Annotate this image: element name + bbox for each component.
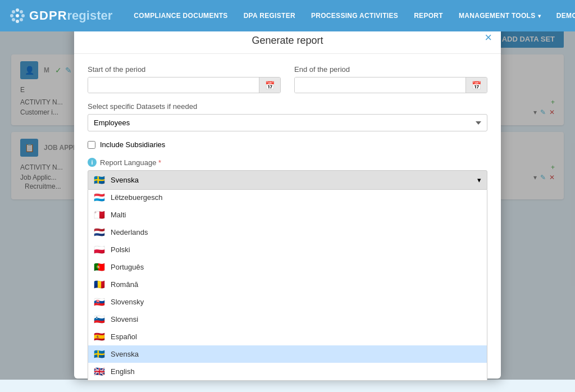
lang-flag-nl: 🇳🇱 (94, 227, 106, 238)
end-period-label: End of the period (294, 65, 487, 74)
brand-logo (9, 7, 26, 24)
modal-title: Generate report (252, 35, 323, 46)
svg-point-6 (12, 18, 15, 21)
lang-option-pt[interactable]: 🇵🇹Português (88, 258, 487, 276)
lang-option-mt[interactable]: 🇲🇹Malti (88, 206, 487, 224)
lang-flag-pt: 🇵🇹 (94, 262, 106, 272)
svg-point-3 (10, 14, 13, 17)
subsidiaries-checkbox[interactable] (88, 141, 95, 149)
language-selected-display[interactable]: 🇸🇪 Svenska ▾ (88, 170, 487, 190)
report-language-label-row: i Report Language * (88, 158, 487, 167)
nav-compliance-documents[interactable]: COMPLIANCE DOCUMENTS (126, 0, 235, 31)
lang-label-en: English (111, 367, 135, 376)
svg-point-2 (20, 10, 23, 13)
lang-option-sk[interactable]: 🇸🇰Slovensky (88, 293, 487, 311)
modal-header: Generate report × (74, 31, 501, 54)
lang-label-es: Español (111, 332, 137, 341)
svg-point-8 (20, 18, 23, 21)
lang-option-lb[interactable]: 🇱🇺Lëtzebuergesch (88, 190, 487, 206)
lang-flag-en: 🇬🇧 (94, 366, 106, 377)
lang-flag-sk: 🇸🇰 (94, 297, 106, 307)
management-tools-dropdown-icon: ▾ (538, 13, 541, 19)
nav-dpa-register[interactable]: DPA REGISTER (236, 0, 303, 31)
nav-report[interactable]: REPORT (406, 0, 451, 31)
lang-label-mt: Malti (111, 211, 126, 219)
lang-flag-lb: 🇱🇺 (94, 192, 106, 203)
dataset-label: Select specific Datasets if needed (88, 102, 487, 111)
lang-label-sl: Slovensi (111, 315, 138, 323)
info-icon: i (88, 158, 97, 167)
lang-flag-ro: 🇷🇴 (94, 279, 106, 290)
brand[interactable]: GDPR register (9, 7, 112, 24)
brand-gdpr-text: GDPR (29, 8, 67, 23)
dataset-group: Select specific Datasets if needed Emplo… (88, 102, 487, 131)
language-select-wrapper: 🇸🇪 Svenska ▾ 🇫🇷Français🇩🇪Deutsch🇬🇷Ελληνι… (88, 170, 487, 381)
start-period-calendar-button[interactable]: 📅 (259, 78, 280, 93)
start-period-group: Start of the period 📅 (88, 65, 281, 93)
end-period-input-wrapper: 📅 (294, 77, 487, 93)
navbar: GDPR register COMPLIANCE DOCUMENTS DPA R… (0, 0, 575, 31)
nav-demo-company[interactable]: DEMO COMPANY (549, 0, 575, 31)
lang-label-ro: Română (111, 280, 138, 289)
lang-option-sv[interactable]: 🇸🇪Svenska (88, 345, 487, 363)
lang-option-nl[interactable]: 🇳🇱Nederlands (88, 224, 487, 241)
modal-generate-report: Generate report × Start of the period 📅 … (74, 31, 501, 379)
end-period-input[interactable] (295, 78, 466, 93)
lang-label-sv: Svenska (111, 350, 139, 358)
lang-option-es[interactable]: 🇪🇸Español (88, 328, 487, 345)
lang-option-en[interactable]: 🇬🇧English (88, 363, 487, 380)
lang-option-sl[interactable]: 🇸🇮Slovensi (88, 311, 487, 328)
start-period-input[interactable] (88, 78, 259, 93)
svg-point-4 (16, 14, 19, 17)
nav-management-tools[interactable]: MANAGEMENT TOOLS ▾ (451, 0, 549, 31)
language-dropdown[interactable]: 🇫🇷Français🇩🇪Deutsch🇬🇷Ελληνικά🇭🇺Hungarian… (88, 190, 487, 381)
selected-language-text: Svenska (111, 176, 473, 184)
start-period-input-wrapper: 📅 (88, 77, 281, 93)
nav-processing-activities[interactable]: PROCESSING ACTIVITIES (303, 0, 406, 31)
lang-label-pt: Português (111, 263, 144, 271)
modal-close-button[interactable]: × (485, 31, 492, 44)
svg-point-0 (12, 10, 15, 13)
period-row: Start of the period 📅 End of the period … (88, 65, 487, 93)
report-language-group: i Report Language * 🇸🇪 Svenska ▾ (88, 158, 487, 381)
dataset-select[interactable]: Employees (88, 114, 487, 131)
subsidiaries-label: Include Subsidiaries (100, 140, 165, 149)
svg-point-1 (16, 8, 19, 12)
start-period-label: Start of the period (88, 65, 281, 74)
brand-register-text: register (67, 8, 113, 23)
lang-label-pl: Polski (111, 245, 130, 254)
main-content: + ADD DATA SET 👤 M ✓ ✎ ✕ E ACTIVITY N...… (0, 31, 575, 392)
lang-flag-sl: 🇸🇮 (94, 314, 106, 325)
nav-links: COMPLIANCE DOCUMENTS DPA REGISTER PROCES… (126, 0, 451, 31)
modal-overlay[interactable]: Generate report × Start of the period 📅 … (0, 31, 575, 380)
end-period-group: End of the period 📅 (294, 65, 487, 93)
lang-flag-sv: 🇸🇪 (94, 349, 106, 359)
lang-flag-es: 🇪🇸 (94, 331, 106, 342)
report-language-label: Report Language * (100, 158, 161, 167)
lang-flag-mt: 🇲🇹 (94, 209, 106, 220)
lang-flag-pl: 🇵🇱 (94, 244, 106, 255)
svg-point-5 (21, 14, 25, 17)
modal-body: Start of the period 📅 End of the period … (74, 54, 501, 392)
subsidiaries-row: Include Subsidiaries (88, 140, 487, 149)
lang-label-lb: Lëtzebuergesch (111, 193, 163, 202)
svg-point-7 (16, 20, 19, 23)
nav-right: MANAGEMENT TOOLS ▾ DEMO COMPANY DEMO USE… (451, 0, 575, 31)
lang-option-ro[interactable]: 🇷🇴Română (88, 276, 487, 293)
lang-label-sk: Slovensky (111, 298, 144, 306)
selected-flag: 🇸🇪 (94, 175, 106, 185)
lang-label-nl: Nederlands (111, 228, 148, 236)
required-asterisk: * (158, 158, 161, 167)
dropdown-arrow-icon: ▾ (477, 176, 481, 184)
lang-option-pl[interactable]: 🇵🇱Polski (88, 241, 487, 258)
dataset-select-wrapper: Employees (88, 114, 487, 131)
end-period-calendar-button[interactable]: 📅 (466, 78, 487, 93)
